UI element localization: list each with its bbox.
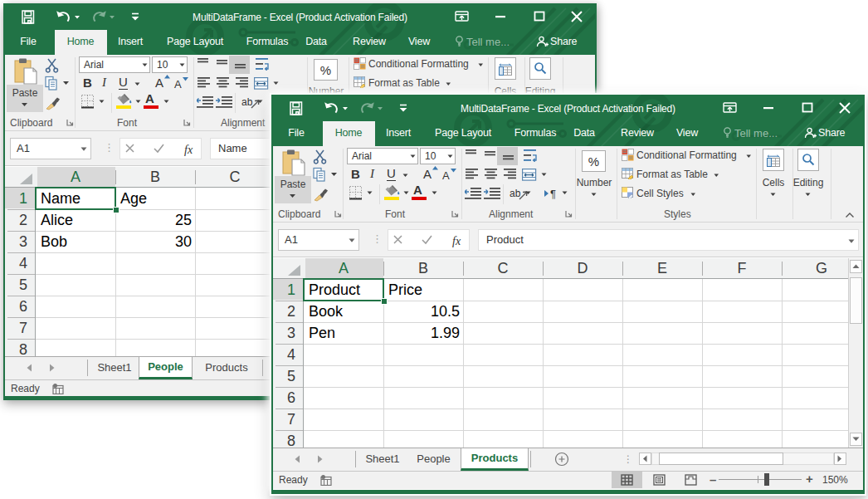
svg-text:¶: ¶ (550, 188, 556, 199)
svg-text:fx: fx (184, 144, 193, 156)
svg-text:fx: fx (452, 235, 461, 247)
svg-text:ab: ab (510, 188, 521, 199)
svg-text:ab: ab (241, 96, 253, 108)
